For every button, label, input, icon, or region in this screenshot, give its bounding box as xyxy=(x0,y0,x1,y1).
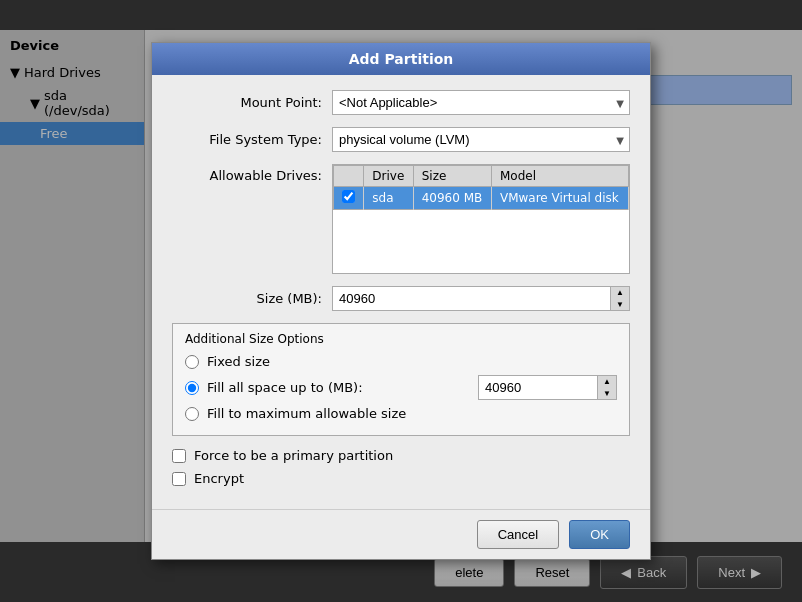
fill-up-spin-buttons: ▲ ▼ xyxy=(598,375,617,400)
drive-name: sda xyxy=(364,187,413,210)
drive-checkbox[interactable] xyxy=(342,190,355,203)
allowable-drives-row: Allowable Drives: Drive Size Model xyxy=(172,164,630,274)
col-drive: Drive xyxy=(364,166,413,187)
encrypt-label: Encrypt xyxy=(194,471,244,486)
size-row: Size (MB): ▲ ▼ xyxy=(172,286,630,311)
drive-checkbox-cell xyxy=(334,187,364,210)
fill-max-row: Fill to maximum allowable size xyxy=(185,406,617,421)
fill-max-radio[interactable] xyxy=(185,407,199,421)
cancel-button[interactable]: Cancel xyxy=(477,520,559,549)
fill-up-input[interactable] xyxy=(478,375,598,400)
additional-size-options: Additional Size Options Fixed size Fill … xyxy=(172,323,630,436)
size-label: Size (MB): xyxy=(172,291,332,306)
fixed-size-label: Fixed size xyxy=(207,354,270,369)
force-primary-label: Force to be a primary partition xyxy=(194,448,393,463)
encrypt-checkbox[interactable] xyxy=(172,472,186,486)
drives-table: Drive Size Model sda 40960 xyxy=(333,165,629,210)
fill-up-spin-wrapper: ▲ ▼ xyxy=(478,375,617,400)
drive-size: 40960 MB xyxy=(413,187,491,210)
size-down-button[interactable]: ▼ xyxy=(611,299,629,311)
modal-overlay: Add Partition Mount Point: <Not Applicab… xyxy=(0,0,802,602)
mount-point-select[interactable]: <Not Applicable> xyxy=(332,90,630,115)
dialog-footer: Cancel OK xyxy=(152,509,650,559)
fill-up-label: Fill all space up to (MB): xyxy=(207,380,363,395)
additional-size-title: Additional Size Options xyxy=(185,332,617,346)
fill-max-label: Fill to maximum allowable size xyxy=(207,406,406,421)
size-spin-buttons: ▲ ▼ xyxy=(611,286,630,311)
mount-point-row: Mount Point: <Not Applicable> xyxy=(172,90,630,115)
mount-point-select-wrapper: <Not Applicable> xyxy=(332,90,630,115)
dialog-body: Mount Point: <Not Applicable> File Syste… xyxy=(152,75,650,509)
fill-up-up-button[interactable]: ▲ xyxy=(598,376,616,388)
fixed-size-row: Fixed size xyxy=(185,354,617,369)
add-partition-dialog: Add Partition Mount Point: <Not Applicab… xyxy=(151,42,651,560)
fill-up-radio[interactable] xyxy=(185,381,199,395)
drive-row[interactable]: sda 40960 MB VMware Virtual disk xyxy=(334,187,629,210)
dialog-title: Add Partition xyxy=(152,43,650,75)
mount-point-label: Mount Point: xyxy=(172,95,332,110)
filesystem-label: File System Type: xyxy=(172,132,332,147)
force-primary-checkbox[interactable] xyxy=(172,449,186,463)
ok-button[interactable]: OK xyxy=(569,520,630,549)
allowable-drives-label: Allowable Drives: xyxy=(172,164,332,183)
encrypt-row: Encrypt xyxy=(172,471,630,486)
filesystem-select[interactable]: physical volume (LVM) xyxy=(332,127,630,152)
size-control: ▲ ▼ xyxy=(332,286,630,311)
size-input[interactable] xyxy=(332,286,611,311)
fill-up-value-wrapper: ▲ ▼ xyxy=(478,375,617,400)
drives-container: Drive Size Model sda 40960 xyxy=(332,164,630,274)
col-model: Model xyxy=(491,166,628,187)
drives-table-header: Drive Size Model xyxy=(334,166,629,187)
filesystem-control: physical volume (LVM) xyxy=(332,127,630,152)
mount-point-control: <Not Applicable> xyxy=(332,90,630,115)
drive-model: VMware Virtual disk xyxy=(491,187,628,210)
fixed-size-radio[interactable] xyxy=(185,355,199,369)
fill-up-row: Fill all space up to (MB): ▲ ▼ xyxy=(185,375,617,400)
col-check xyxy=(334,166,364,187)
col-size: Size xyxy=(413,166,491,187)
filesystem-select-wrapper: physical volume (LVM) xyxy=(332,127,630,152)
size-spin-wrapper: ▲ ▼ xyxy=(332,286,630,311)
force-primary-row: Force to be a primary partition xyxy=(172,448,630,463)
size-up-button[interactable]: ▲ xyxy=(611,287,629,299)
filesystem-row: File System Type: physical volume (LVM) xyxy=(172,127,630,152)
fill-up-down-button[interactable]: ▼ xyxy=(598,388,616,400)
